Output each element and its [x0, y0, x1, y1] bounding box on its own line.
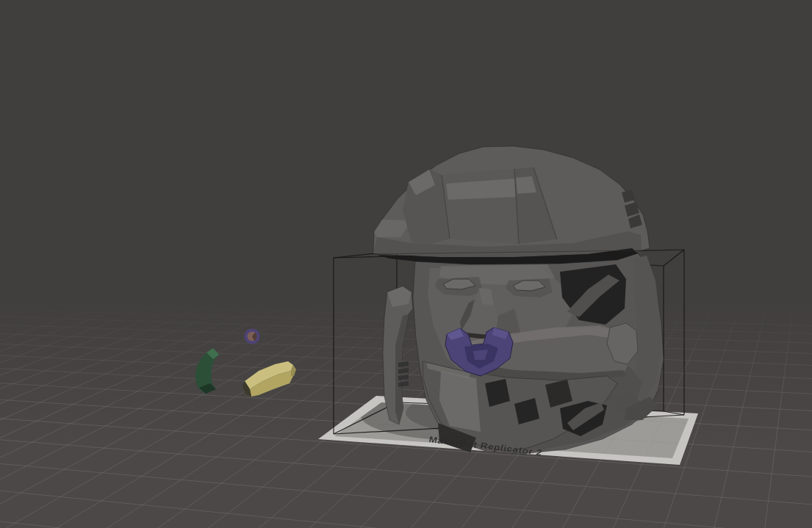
scene-canvas[interactable]: MakerBot Replicator 2 [0, 0, 812, 528]
torus-ring[interactable] [245, 329, 260, 344]
viewport-3d[interactable]: MakerBot Replicator 2 [0, 0, 812, 528]
